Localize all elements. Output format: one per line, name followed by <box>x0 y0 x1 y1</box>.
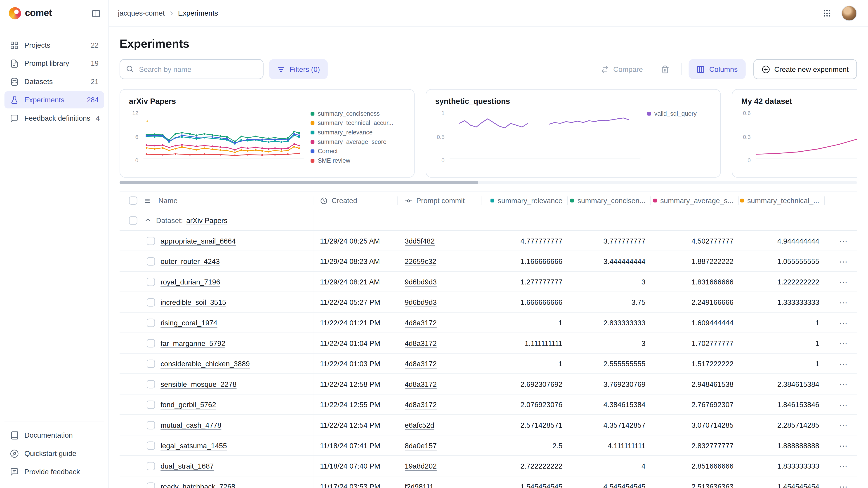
compare-button[interactable]: Compare <box>593 59 651 79</box>
table-row[interactable]: incredible_soil_3515 11/22/24 05:27 PM 9… <box>120 292 857 313</box>
row-checkbox[interactable] <box>147 359 155 368</box>
table-row[interactable]: appropriate_snail_6664 11/29/24 08:25 AM… <box>120 231 857 251</box>
table-row[interactable]: royal_durian_7196 11/29/24 08:21 AM 9d6b… <box>120 271 857 292</box>
header-name[interactable]: Name <box>120 191 313 210</box>
table-row[interactable]: mutual_cash_4778 11/22/24 12:54 PM e6afc… <box>120 415 857 435</box>
row-actions-button[interactable]: ⋯ <box>839 278 848 286</box>
row-actions-button[interactable]: ⋯ <box>839 400 848 409</box>
sidebar-collapse-button[interactable] <box>91 8 101 18</box>
create-new-experiment-button[interactable]: Create new experiment <box>753 59 857 79</box>
table-row[interactable]: outer_router_4243 11/29/24 08:23 AM 2265… <box>120 251 857 272</box>
prompt-commit-link[interactable]: 4d8a3172 <box>405 400 437 409</box>
row-checkbox[interactable] <box>147 400 155 409</box>
row-checkbox[interactable] <box>147 257 155 265</box>
prompt-commit-link[interactable]: 4d8a3172 <box>405 339 437 347</box>
summary-conciseness-cell: 3 <box>568 333 651 353</box>
prompt-commit-link[interactable]: 3dd5f482 <box>405 236 435 245</box>
select-all-checkbox[interactable] <box>129 196 137 205</box>
sidebar-item-prompt-library[interactable]: Prompt library 19 <box>4 55 104 72</box>
prompt-commit-link[interactable]: 19a8d202 <box>405 462 437 470</box>
experiment-name-link[interactable]: considerable_chicken_3889 <box>160 359 250 368</box>
experiment-name-link[interactable]: outer_router_4243 <box>160 257 220 265</box>
cards-scrollbar-thumb[interactable] <box>120 181 478 184</box>
experiment-name-link[interactable]: ready_hatchback_7268 <box>160 482 235 488</box>
chevron-up-icon[interactable] <box>144 217 152 224</box>
prompt-commit-link[interactable]: 8da0e157 <box>405 441 437 450</box>
row-actions-button[interactable]: ⋯ <box>839 441 848 450</box>
experiment-name-link[interactable]: dual_strait_1687 <box>160 462 214 470</box>
sidebar-item-quickstart-guide[interactable]: Quickstart guide <box>4 445 104 462</box>
table-row[interactable]: ready_hatchback_7268 11/17/24 03:53 PM f… <box>120 477 857 488</box>
row-checkbox[interactable] <box>147 441 155 450</box>
experiment-name-link[interactable]: far_margarine_5792 <box>160 339 225 347</box>
sidebar-item-projects[interactable]: Projects 22 <box>4 37 104 54</box>
table-row[interactable]: considerable_chicken_3889 11/22/24 01:03… <box>120 354 857 374</box>
row-checkbox[interactable] <box>147 339 155 347</box>
row-checkbox[interactable] <box>147 298 155 306</box>
experiment-name-link[interactable]: royal_durian_7196 <box>160 278 220 286</box>
header-summary-technical[interactable]: summary_technical_... <box>739 191 825 210</box>
header-summary-relevance[interactable]: summary_relevance <box>482 191 568 210</box>
row-actions-button[interactable]: ⋯ <box>839 298 848 306</box>
experiment-name-link[interactable]: rising_coral_1974 <box>160 318 217 327</box>
header-summary-average-score[interactable]: summary_average_s... <box>651 191 739 210</box>
breadcrumb-workspace[interactable]: jacques-comet <box>118 9 165 17</box>
group-checkbox[interactable] <box>129 216 137 224</box>
row-actions-button[interactable]: ⋯ <box>839 380 848 388</box>
prompt-commit-link[interactable]: 4d8a3172 <box>405 380 437 388</box>
delete-button[interactable] <box>655 59 675 79</box>
prompt-commit-link[interactable]: 4d8a3172 <box>405 318 437 327</box>
row-checkbox[interactable] <box>147 462 155 470</box>
sidebar-item-experiments[interactable]: Experiments 284 <box>4 91 104 108</box>
row-checkbox[interactable] <box>147 318 155 327</box>
header-prompt-commit[interactable]: Prompt commit <box>398 191 482 210</box>
prompt-commit-link[interactable]: 22659c32 <box>405 257 436 265</box>
experiment-name-link[interactable]: incredible_soil_3515 <box>160 298 226 306</box>
apps-grid-button[interactable] <box>823 8 831 18</box>
row-actions-button[interactable]: ⋯ <box>839 462 848 470</box>
table-row[interactable]: dual_strait_1687 11/18/24 07:40 PM 19a8d… <box>120 456 857 477</box>
table-row[interactable]: far_margarine_5792 11/22/24 01:04 PM 4d8… <box>120 333 857 354</box>
header-created[interactable]: Created <box>313 191 398 210</box>
prompt-commit-link[interactable]: 9d6bd9d3 <box>405 298 437 306</box>
row-checkbox[interactable] <box>147 380 155 388</box>
row-actions-button[interactable]: ⋯ <box>839 318 848 327</box>
table-row[interactable]: fond_gerbil_5762 11/22/24 12:55 PM 4d8a3… <box>120 394 857 415</box>
experiment-name-link[interactable]: fond_gerbil_5762 <box>160 400 216 409</box>
sidebar-item-feedback-definitions[interactable]: Feedback definitions 4 <box>4 109 104 127</box>
metric-cards-row[interactable]: arXiv Papers 1260 summary_concisenesssum… <box>120 89 857 177</box>
dataset-group-row[interactable]: Dataset: arXiv Papers <box>120 210 857 231</box>
search-input[interactable] <box>120 59 264 79</box>
experiment-name-link[interactable]: appropriate_snail_6664 <box>160 236 236 245</box>
experiment-name-link[interactable]: sensible_mosque_2278 <box>160 380 237 388</box>
experiment-name-link[interactable]: legal_satsuma_1455 <box>160 441 227 450</box>
columns-button[interactable]: Columns <box>689 59 745 79</box>
filters-button[interactable]: Filters (0) <box>269 59 328 79</box>
comet-logo[interactable]: comet <box>9 7 52 20</box>
prompt-commit-link[interactable]: f2d98111 <box>405 482 434 488</box>
experiment-name-link[interactable]: mutual_cash_4778 <box>160 421 221 429</box>
row-actions-button[interactable]: ⋯ <box>839 339 848 347</box>
row-actions-button[interactable]: ⋯ <box>839 421 848 429</box>
row-checkbox[interactable] <box>147 482 155 488</box>
row-checkbox[interactable] <box>147 236 155 245</box>
sidebar-item-datasets[interactable]: Datasets 21 <box>4 73 104 90</box>
row-checkbox[interactable] <box>147 421 155 429</box>
prompt-commit-link[interactable]: 9d6bd9d3 <box>405 278 437 286</box>
sidebar-item-documentation[interactable]: Documentation <box>4 427 104 444</box>
table-row[interactable]: sensible_mosque_2278 11/22/24 12:58 PM 4… <box>120 374 857 395</box>
row-actions-button[interactable]: ⋯ <box>839 257 848 265</box>
dataset-link[interactable]: arXiv Papers <box>186 216 227 224</box>
summary-technical-cell: 1 <box>739 354 825 373</box>
prompt-commit-link[interactable]: e6afc52d <box>405 421 434 429</box>
table-row[interactable]: legal_satsuma_1455 11/18/24 07:41 PM 8da… <box>120 435 857 456</box>
row-actions-button[interactable]: ⋯ <box>839 236 848 245</box>
prompt-commit-link[interactable]: 4d8a3172 <box>405 359 437 368</box>
table-row[interactable]: rising_coral_1974 11/22/24 01:21 PM 4d8a… <box>120 313 857 333</box>
row-actions-button[interactable]: ⋯ <box>839 482 848 488</box>
header-summary-conciseness[interactable]: summary_concisen... <box>568 191 651 210</box>
sidebar-item-provide-feedback[interactable]: Provide feedback <box>4 463 104 480</box>
user-avatar[interactable] <box>841 5 857 21</box>
row-actions-button[interactable]: ⋯ <box>839 359 848 368</box>
row-checkbox[interactable] <box>147 278 155 286</box>
